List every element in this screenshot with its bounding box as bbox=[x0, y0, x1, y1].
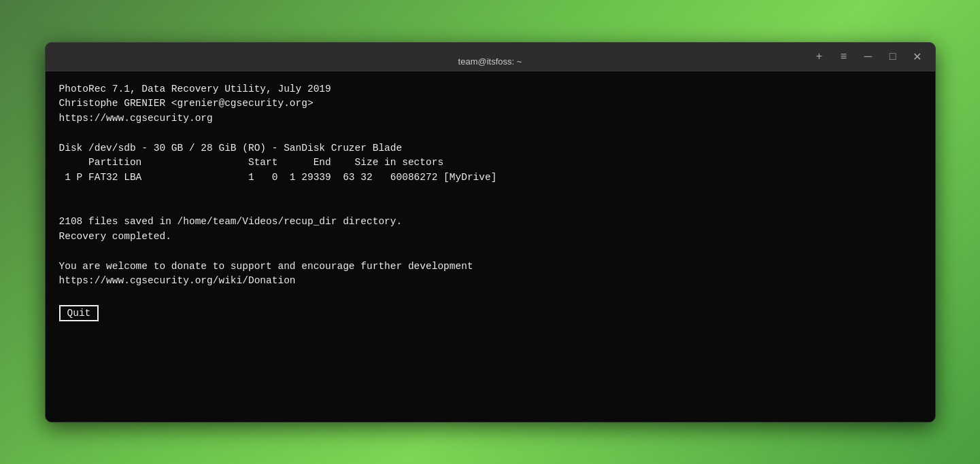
terminal-line-9: 2108 files saved in /home/team/Videos/re… bbox=[59, 215, 922, 230]
window-title: team@itsfoss: ~ bbox=[458, 56, 522, 67]
terminal-line-0: PhotoRec 7.1, Data Recovery Utility, Jul… bbox=[59, 82, 922, 97]
minimize-button[interactable]: ─ bbox=[859, 47, 878, 66]
terminal-line-10: Recovery completed. bbox=[59, 230, 922, 245]
quit-button[interactable]: Quit bbox=[59, 305, 99, 321]
terminal-line-4: Disk /dev/sdb - 30 GB / 28 GiB (RO) - Sa… bbox=[59, 141, 922, 156]
close-button[interactable]: ✕ bbox=[908, 47, 927, 66]
terminal-line-6: 1 P FAT32 LBA 1 0 1 29339 63 32 60086272… bbox=[59, 171, 922, 185]
new-tab-button[interactable]: + bbox=[810, 47, 829, 66]
terminal-line-3 bbox=[59, 126, 922, 141]
titlebar-controls: + ≡ ─ □ ✕ bbox=[810, 47, 927, 66]
terminal-line-2: https://www.cgsecurity.org bbox=[59, 111, 922, 126]
terminal-line-5: Partition Start End Size in sectors bbox=[59, 156, 922, 171]
terminal-line-13: https://www.cgsecurity.org/wiki/Donation bbox=[59, 274, 922, 289]
maximize-button[interactable]: □ bbox=[883, 47, 902, 66]
terminal-line-11 bbox=[59, 245, 922, 260]
menu-button[interactable]: ≡ bbox=[834, 47, 854, 66]
terminal-line-8 bbox=[59, 200, 922, 215]
terminal-body: PhotoRec 7.1, Data Recovery Utility, Jul… bbox=[46, 71, 935, 422]
terminal-window: team@itsfoss: ~ + ≡ ─ □ ✕ PhotoRec 7.1, … bbox=[45, 42, 936, 423]
terminal-line-1: Christophe GRENIER <grenier@cgsecurity.o… bbox=[59, 96, 922, 111]
terminal-line-7 bbox=[59, 185, 922, 200]
terminal-line-12: You are welcome to donate to support and… bbox=[59, 260, 922, 274]
titlebar: team@itsfoss: ~ + ≡ ─ □ ✕ bbox=[46, 43, 935, 71]
